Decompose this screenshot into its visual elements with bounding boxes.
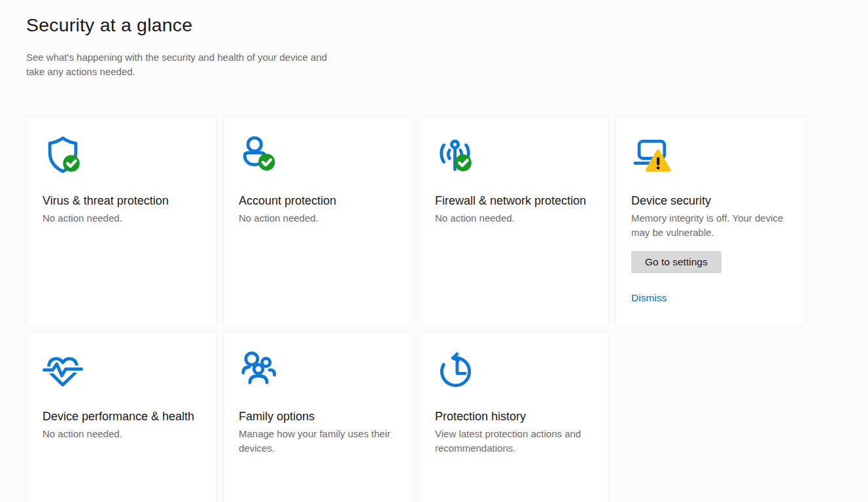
card-device-performance-health[interactable]: Device performance & health No action ne…: [26, 332, 217, 502]
card-description: Memory integrity is off. Your device may…: [631, 211, 785, 240]
check-badge-icon: [63, 155, 80, 172]
card-title: Device performance & health: [43, 409, 196, 425]
card-protection-history[interactable]: Protection history View latest protectio…: [419, 332, 610, 502]
card-description: No action needed.: [435, 211, 589, 226]
card-virus-threat-protection[interactable]: Virus & threat protection No action need…: [26, 116, 217, 327]
card-account-protection[interactable]: Account protection No action needed.: [222, 116, 413, 327]
card-firewall-network-protection[interactable]: Firewall & network protection No action …: [419, 116, 610, 327]
family-icon: [239, 350, 279, 391]
card-description: No action needed.: [43, 427, 196, 441]
security-cards-grid: Virus & threat protection No action need…: [26, 116, 806, 502]
shield-icon: [43, 135, 83, 175]
antenna-icon: [435, 135, 476, 175]
card-family-options[interactable]: Family options Manage how your family us…: [222, 332, 413, 502]
card-title: Account protection: [239, 193, 392, 209]
dismiss-link[interactable]: Dismiss: [631, 292, 667, 304]
card-title: Device security: [631, 193, 785, 209]
page-header: Security at a glance See what's happenin…: [26, 14, 340, 79]
card-description: Manage how your family uses their device…: [239, 427, 392, 456]
card-device-security[interactable]: Device security Memory integrity is off.…: [615, 116, 806, 327]
page-subtitle: See what's happening with the security a…: [26, 50, 340, 79]
heart-pulse-icon: [43, 350, 83, 391]
card-title: Family options: [239, 409, 392, 425]
check-badge-icon: [455, 154, 472, 171]
card-title: Protection history: [435, 409, 589, 425]
page-title: Security at a glance: [26, 14, 340, 36]
person-icon: [239, 135, 279, 175]
check-badge-icon: [258, 154, 275, 171]
card-title: Firewall & network protection: [435, 193, 589, 209]
card-description: No action needed.: [239, 211, 392, 226]
card-description: View latest protection actions and recom…: [435, 427, 589, 456]
go-to-settings-button[interactable]: Go to settings: [631, 251, 721, 273]
laptop-icon: [631, 135, 672, 175]
history-icon: [435, 350, 476, 391]
card-title: Virus & threat protection: [43, 193, 196, 209]
card-description: No action needed.: [43, 211, 196, 226]
